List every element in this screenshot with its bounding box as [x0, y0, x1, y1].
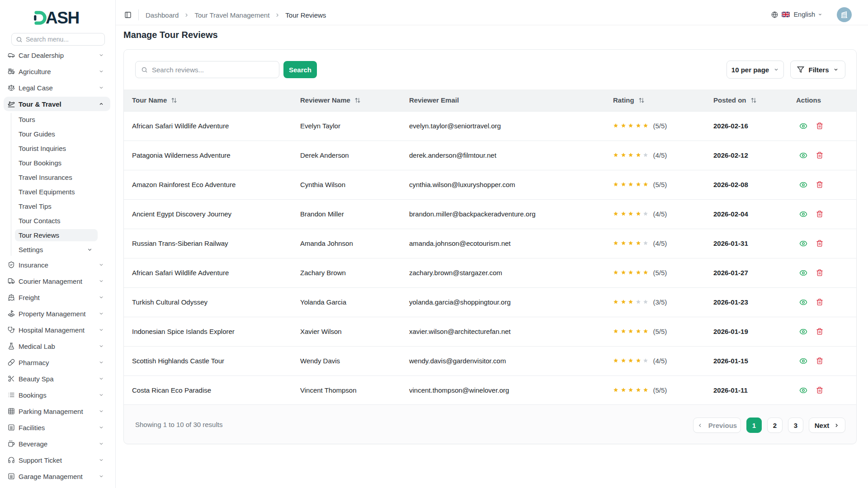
svg-text:ASH: ASH [46, 9, 79, 27]
